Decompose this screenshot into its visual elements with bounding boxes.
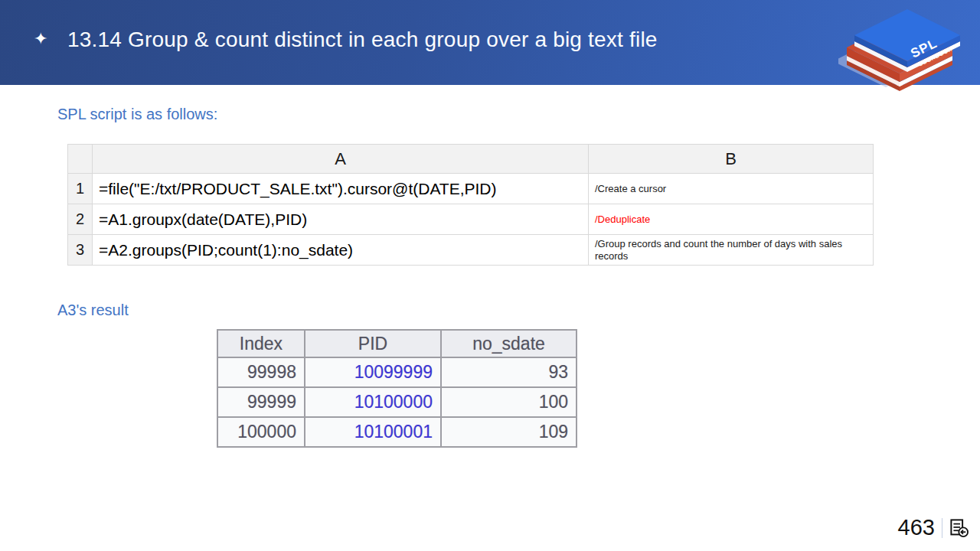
result-section-label: A3's result <box>57 302 129 319</box>
code-cell: =A1.groupx(date(DATE),PID) <box>93 204 589 235</box>
result-col-nosdate: no_sdate <box>441 330 577 357</box>
comment-cell: /Group records and count the number of d… <box>589 235 874 266</box>
code-cell: =file("E:/txt/PRODUCT_SALE.txt").cursor@… <box>93 174 589 204</box>
result-col-pid: PID <box>305 330 441 357</box>
index-value: 100000 <box>217 417 305 447</box>
result-row: 100000 10100001 109 <box>217 417 577 447</box>
row-number: 3 <box>68 235 93 266</box>
footer: 463 <box>898 515 969 540</box>
code-cell: =A2.groups(PID;count(1):no_sdate) <box>93 235 589 266</box>
column-header-a: A <box>93 145 589 174</box>
back-to-contents-icon[interactable] <box>949 518 969 538</box>
nosdate-value: 100 <box>441 387 577 417</box>
nosdate-value: 109 <box>441 417 577 447</box>
pid-value: 10100000 <box>305 387 441 417</box>
header-band: ✦ 13.14 Group & count distinct in each g… <box>0 0 980 85</box>
result-col-index: Index <box>217 330 305 357</box>
script-section-label: SPL script is as follows: <box>57 106 217 123</box>
result-row: 99998 10099999 93 <box>217 357 577 387</box>
script-row-2: 2 =A1.groupx(date(DATE),PID) /Deduplicat… <box>68 204 874 235</box>
result-grid: Index PID no_sdate 99998 10099999 93 999… <box>217 329 577 448</box>
script-table-header-row: A B <box>68 145 874 174</box>
result-row: 99999 10100000 100 <box>217 387 577 417</box>
pid-value: 10100001 <box>305 417 441 447</box>
spl-cookbook-logo: SPL COOKBOOK <box>838 5 972 103</box>
pid-value: 10099999 <box>305 357 441 387</box>
nosdate-value: 93 <box>441 357 577 387</box>
footer-divider <box>942 518 942 538</box>
script-row-1: 1 =file("E:/txt/PRODUCT_SALE.txt").curso… <box>68 174 874 204</box>
column-header-b: B <box>589 145 874 174</box>
comment-cell: /Deduplicate <box>589 204 874 235</box>
index-value: 99999 <box>217 387 305 417</box>
result-header-row: Index PID no_sdate <box>217 330 577 357</box>
script-row-3: 3 =A2.groups(PID;count(1):no_sdate) /Gro… <box>68 235 874 266</box>
comment-cell: /Create a cursor <box>589 174 874 204</box>
index-value: 99998 <box>217 357 305 387</box>
corner-cell <box>68 145 93 174</box>
row-number: 2 <box>68 204 93 235</box>
page-number: 463 <box>898 515 935 540</box>
slide: ✦ 13.14 Group & count distinct in each g… <box>0 0 980 551</box>
spl-script-table: A B 1 =file("E:/txt/PRODUCT_SALE.txt").c… <box>67 144 874 266</box>
row-number: 1 <box>68 174 93 204</box>
page-title: 13.14 Group & count distinct in each gro… <box>67 28 795 52</box>
star-icon: ✦ <box>34 31 47 47</box>
